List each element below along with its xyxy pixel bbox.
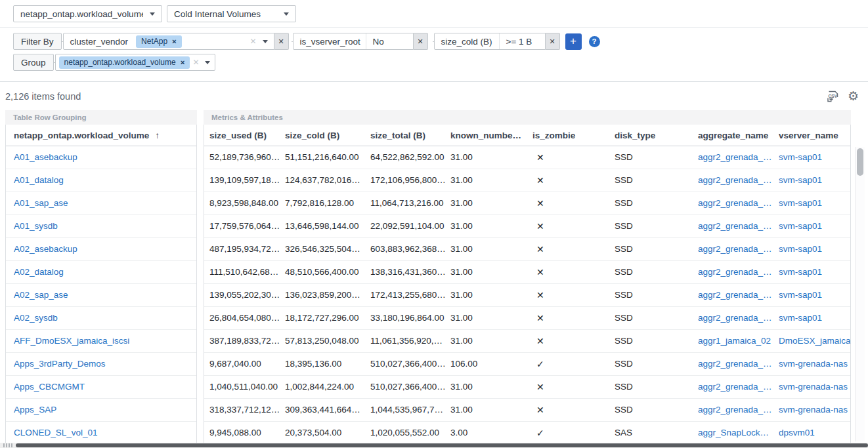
aggregate-name-link[interactable]: aggr2_grenada_… — [693, 215, 773, 237]
cell-disk-type: SSD — [609, 284, 693, 306]
column-header-known-number[interactable]: known_numbe… — [445, 131, 527, 140]
help-icon[interactable]: ? — [589, 36, 600, 47]
group-button[interactable]: Group — [13, 54, 54, 71]
aggregate-name-link[interactable]: aggr2_grenada_… — [693, 399, 773, 421]
chevron-down-icon[interactable] — [263, 40, 268, 43]
vserver-name-link[interactable]: svm-sap01 — [773, 261, 850, 283]
column-header-size-total[interactable]: size_total (B) — [365, 131, 445, 140]
column-header-workload-volume[interactable]: netapp_ontap.workload_volume ↑ — [6, 131, 160, 140]
cell-size-cold: 124,637,782,016… — [280, 169, 365, 192]
group-row: Group netapp_ontap.workload_volume × ✕ — [13, 54, 855, 71]
aggregate-name-link[interactable]: aggr2_grenada_… — [693, 307, 773, 329]
vserver-name-link[interactable]: svm-sap01 — [773, 192, 850, 214]
cell-size-used: 139,109,597,18… — [204, 169, 280, 192]
vserver-name-link[interactable]: dpsvm01 — [773, 422, 850, 444]
workload-volume-link[interactable]: Apps_SAP — [14, 405, 56, 415]
aggregate-name-link[interactable]: aggr_SnapLock… — [693, 422, 773, 444]
vserver-name-link[interactable]: svm-sap01 — [773, 307, 850, 329]
saved-query-value: Cold Internal Volumes — [174, 9, 261, 19]
cell-size-used: 318,337,712,12… — [204, 399, 280, 421]
vertical-scrollbar-thumb[interactable] — [857, 148, 863, 176]
vserver-name-link[interactable]: svm-sap01 — [773, 169, 850, 192]
vserver-name-link[interactable]: DmoESX_jamaica — [773, 330, 850, 352]
filter-chip-netapp[interactable]: NetApp × — [136, 35, 182, 48]
clear-icon[interactable]: ✕ — [247, 37, 259, 46]
remove-filter-size-cold-button[interactable]: ✕ — [546, 33, 560, 50]
horizontal-scrollbar-grip[interactable] — [3, 443, 14, 447]
sort-ascending-icon[interactable]: ↑ — [155, 131, 160, 140]
cell-size-used: 52,189,736,960… — [204, 146, 280, 169]
vertical-scrollbar[interactable] — [855, 147, 865, 441]
filter-field-label: cluster_vendor — [64, 37, 135, 47]
aggregate-name-link[interactable]: aggr2_grenada_… — [693, 353, 773, 375]
filter-value[interactable]: No — [366, 33, 413, 49]
aggregate-name-link[interactable]: aggr2_grenada_… — [693, 169, 773, 192]
column-header-aggregate-name[interactable]: aggregate_name — [693, 131, 773, 140]
cell-disk-type: SSD — [609, 192, 693, 214]
group-chip[interactable]: netapp_ontap.workload_volume × — [59, 56, 190, 69]
workload-volume-link[interactable]: A01_datalog — [14, 175, 64, 185]
clear-icon[interactable]: ✕ — [190, 58, 202, 67]
column-header-disk-type[interactable]: disk_type — [609, 131, 693, 140]
chevron-down-icon[interactable] — [205, 61, 210, 64]
column-header-vserver-name[interactable]: vserver_name — [773, 131, 850, 140]
vserver-name-link[interactable]: svm-sap01 — [773, 238, 850, 260]
remove-filter-is-vserver-root-button[interactable]: ✕ — [414, 33, 428, 50]
table-row-group-cell: CLONED_SL_vol_01 — [6, 422, 196, 445]
grouping-section-label: Table Row Grouping — [5, 110, 197, 125]
table-row-group-cell: A02_datalog — [6, 261, 196, 284]
workload-volume-link[interactable]: CLONED_SL_vol_01 — [14, 428, 98, 438]
aggregate-name-link[interactable]: aggr2_grenada_… — [693, 261, 773, 283]
horizontal-scrollbar-thumb[interactable] — [16, 443, 868, 447]
workload-volume-link[interactable]: A02_asebackup — [14, 244, 77, 254]
aggregate-name-link[interactable]: aggr2_grenada_… — [693, 376, 773, 398]
table-row-group-cell: A01_asebackup — [6, 146, 196, 169]
vserver-name-link[interactable]: svm-grenada-nas — [773, 376, 850, 398]
csv-export-icon[interactable]: CSV — [825, 89, 840, 103]
table-row: 52,189,736,960… 51,151,216,640.00 64,522… — [204, 146, 850, 169]
filter-size-cold: size_cold (B) >= 1 B — [434, 33, 546, 50]
horizontal-scrollbar[interactable] — [0, 443, 868, 448]
cell-size-total: 510,027,366,400… — [365, 353, 445, 375]
cell-size-total: 1,044,535,967,7… — [365, 399, 445, 421]
aggregate-name-link[interactable]: aggr2_grenada_… — [693, 192, 773, 214]
column-header-is-zombie[interactable]: is_zombie — [527, 131, 609, 140]
column-header-size-used[interactable]: size_used (B) — [204, 131, 280, 140]
column-header-size-cold[interactable]: size_cold (B) — [280, 131, 365, 140]
workload-volume-link[interactable]: A02_sap_ase — [14, 290, 68, 300]
workload-volume-link[interactable]: A01_sap_ase — [14, 198, 68, 208]
settings-gear-icon[interactable]: ⚙ — [848, 90, 859, 102]
aggregate-name-link[interactable]: aggr2_grenada_… — [693, 146, 773, 169]
filter-value[interactable]: >= 1 B — [499, 33, 545, 49]
chip-close-icon[interactable]: × — [172, 37, 177, 45]
aggregate-name-link[interactable]: aggr2_grenada_… — [693, 284, 773, 306]
workload-volume-link[interactable]: A01_sysdb — [14, 221, 58, 231]
vserver-name-link[interactable]: svm-grenada-nas — [773, 399, 850, 421]
svg-text:CSV: CSV — [828, 94, 837, 98]
add-filter-button[interactable]: + — [565, 33, 582, 50]
vserver-name-link[interactable]: svm-grenada-nas — [773, 353, 850, 375]
cell-size-cold: 57,813,250,048.00 — [280, 330, 365, 352]
cell-size-total: 33,180,196,864.00 — [365, 307, 445, 329]
aggregate-name-link[interactable]: aggr1_jamaica_02 — [693, 330, 773, 352]
filter-bar: Filter By cluster_vendor NetApp × ✕ ✕ is… — [0, 28, 868, 82]
cell-size-used: 9,945,088.00 — [204, 422, 280, 444]
workload-volume-link[interactable]: A02_sysdb — [14, 313, 58, 323]
object-type-dropdown[interactable]: netapp_ontap.workload_volume — [13, 5, 162, 22]
vserver-name-link[interactable]: svm-sap01 — [773, 284, 850, 306]
table-row: 139,109,597,18… 124,637,782,016… 172,106… — [204, 169, 850, 192]
workload-volume-link[interactable]: A02_datalog — [14, 267, 64, 277]
filter-by-button[interactable]: Filter By — [13, 33, 62, 50]
vserver-name-link[interactable]: svm-sap01 — [773, 146, 850, 169]
saved-query-dropdown[interactable]: Cold Internal Volumes — [167, 5, 296, 22]
vserver-name-link[interactable]: svm-sap01 — [773, 215, 850, 237]
aggregate-name-link[interactable]: aggr2_grenada_… — [693, 238, 773, 260]
workload-volume-link[interactable]: AFF_DmoESX_jamaica_iscsi — [14, 336, 129, 346]
metrics-body: 52,189,736,960… 51,151,216,640.00 64,522… — [204, 146, 850, 445]
remove-filter-cluster-vendor-button[interactable]: ✕ — [274, 33, 289, 50]
workload-volume-link[interactable]: Apps_CBCMGMT — [14, 382, 85, 392]
chip-close-icon[interactable]: × — [181, 58, 185, 66]
cell-disk-type: SSD — [609, 261, 693, 283]
workload-volume-link[interactable]: A01_asebackup — [14, 152, 77, 162]
workload-volume-link[interactable]: Apps_3rdParty_Demos — [14, 359, 106, 369]
